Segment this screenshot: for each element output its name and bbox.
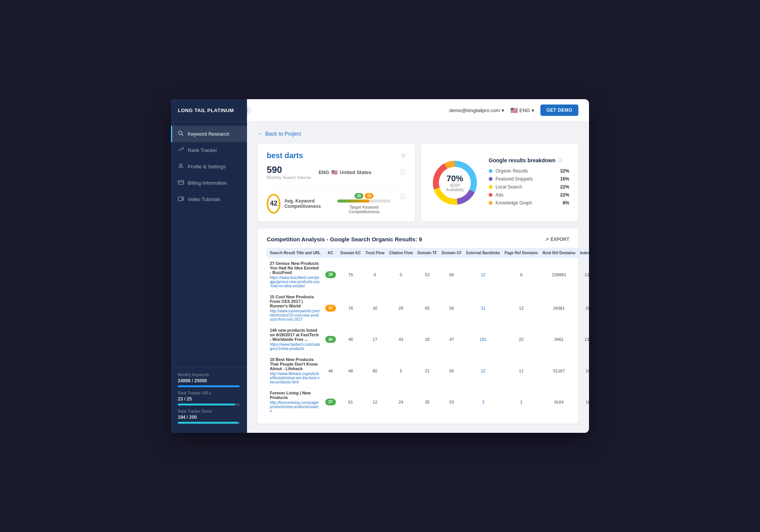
- kc-high-badge: 43: [365, 193, 374, 199]
- avg-kc-circle: 42: [267, 194, 280, 214]
- cell-domain_cf: 47: [439, 325, 464, 354]
- donut-sub: SERP: [446, 184, 464, 188]
- col-ext-backlinks: External Backlinks: [464, 248, 502, 258]
- ext-backlinks-link[interactable]: 12: [481, 272, 485, 277]
- table-row: 146 new products listed on 6/28/2017 at …: [267, 325, 589, 354]
- result-title: 10 Best New Products That People Don't K…: [270, 357, 321, 371]
- language-menu[interactable]: 🇺🇸 ENG ▾: [510, 107, 534, 114]
- cell-trust_flow: 0: [363, 258, 387, 291]
- result-url[interactable]: http://www.lifehack.org/articles/lifesty…: [270, 372, 321, 384]
- search-icon: [178, 130, 184, 138]
- cell-trust_flow: 30: [363, 291, 387, 325]
- svg-line-1: [182, 134, 183, 136]
- kc-pill: 37: [325, 399, 336, 405]
- legend-row-local: Local Search 22%: [489, 184, 569, 190]
- col-trust-flow: Trust Flow: [363, 248, 387, 258]
- result-url[interactable]: https://www.fasttech.com/category/1/new-…: [270, 342, 321, 351]
- monthly-keywords-label: Monthly Keywords: [178, 373, 240, 377]
- flag-us-icon: 🇺🇸: [331, 169, 337, 175]
- sidebar-item-billing[interactable]: Billing Information: [171, 175, 247, 191]
- user-icon: [178, 163, 184, 170]
- cell-domain_tf: 18: [415, 325, 439, 354]
- sidebar-item-keyword-research[interactable]: Keyword Research: [171, 126, 247, 142]
- table-header-row: Search Result Title and URL KC Domain KC…: [267, 248, 589, 258]
- sidebar-item-rank-tracker[interactable]: Rank Tracker: [171, 142, 247, 158]
- ext-backlinks-link[interactable]: 181: [480, 337, 486, 342]
- app-container: LONG TAIL PLATINUM Keyword Research: [171, 99, 589, 433]
- svg-rect-5: [178, 197, 182, 201]
- ext-backlinks-link[interactable]: 22: [481, 369, 485, 373]
- legend-title-text: Google results breakdown: [489, 157, 556, 163]
- cell-page_ref: 1: [502, 388, 540, 416]
- user-menu[interactable]: demo@longtailpro.com ▾: [449, 108, 504, 113]
- credit-card-icon: [178, 179, 184, 187]
- knowledge-pct: 8%: [563, 200, 569, 206]
- cell-domain_tf: 53: [415, 258, 439, 291]
- cell-domain_kc: 76: [338, 291, 363, 325]
- kc-bar-fill: [337, 200, 369, 203]
- ext-backlinks-link[interactable]: 3: [482, 400, 484, 404]
- cell-indexed: 185850: [578, 354, 589, 388]
- google-breakdown-card: 70% SERP Availability Google results bre…: [421, 144, 578, 222]
- user-email: demo@longtailpro.com: [449, 108, 500, 113]
- snippets-label: Featured Snippets: [496, 176, 533, 182]
- back-to-project-link[interactable]: ← Back to Project: [258, 131, 578, 137]
- sidebar-nav: Keyword Research Rank Tracker: [171, 122, 247, 367]
- cell-ext_backlinks: 31: [464, 291, 502, 325]
- result-url[interactable]: http://www.runnersworld.com/electronics/…: [270, 309, 321, 321]
- monthly-keywords-section: Monthly Keywords 24998 / 25000: [178, 373, 240, 387]
- knowledge-label: Knowledge Graph: [496, 200, 532, 206]
- local-dot: [489, 185, 492, 189]
- competition-card: Competition Analysis - Google Search Org…: [258, 228, 578, 424]
- legend-row-knowledge: Knowledge Graph 8%: [489, 200, 569, 206]
- target-kc-bar: [337, 200, 391, 203]
- col-title: Search Result Title and URL: [267, 248, 323, 258]
- organic-label: Organic Results: [496, 168, 528, 174]
- cell-domain_kc: 75: [338, 258, 363, 291]
- cell-page_ref: 6: [502, 258, 540, 291]
- result-url[interactable]: https://www.buzzfeed.com/peggy/genius-ne…: [270, 276, 321, 288]
- cell-root_ref: 3461: [540, 325, 578, 354]
- legend-row-organic: Organic Results 32%: [489, 168, 569, 174]
- lang-block: ENG 🇺🇸 United States: [318, 169, 371, 175]
- back-link-label: Back to Project: [265, 131, 301, 137]
- header-right: demo@longtailpro.com ▾ 🇺🇸 ENG ▾ GET DEMO: [449, 104, 578, 116]
- sidebar-label-profile: Profile & Settings: [188, 164, 226, 169]
- monthly-keywords-value: 24998 / 25000: [178, 378, 240, 383]
- export-button[interactable]: ↗ EXPORT: [545, 237, 569, 242]
- sidebar-item-profile[interactable]: Profile & Settings: [171, 158, 247, 175]
- cell-root_ref: 8164: [540, 388, 578, 416]
- result-url[interactable]: http://foreverliving.com/page/products/n…: [270, 401, 321, 413]
- col-citation-flow: Citation Flow: [387, 248, 415, 258]
- knowledge-dot: [489, 201, 492, 205]
- cell-ext_backlinks: 181: [464, 325, 502, 354]
- competition-header: Competition Analysis - Google Search Org…: [267, 236, 569, 242]
- sidebar-item-video[interactable]: Video Tutorials: [171, 191, 247, 207]
- cell-trust_flow: 80: [363, 354, 387, 388]
- donut-chart: 70% SERP Availability: [430, 158, 480, 207]
- kc-cell: 40: [323, 325, 338, 354]
- organic-dot: [489, 169, 492, 173]
- snippets-dot: [489, 177, 492, 181]
- cell-ext_backlinks: 3: [464, 388, 502, 416]
- result-title-cell: Forever Living | New Productshttp://fore…: [267, 388, 323, 416]
- ext-backlinks-link[interactable]: 31: [481, 306, 485, 310]
- cell-citation_flow: 5: [387, 354, 415, 388]
- cell-domain_cf: 56: [439, 291, 464, 325]
- rank-terms-bar-bg: [178, 422, 240, 424]
- cell-root_ref: 239883: [540, 258, 578, 291]
- cell-citation_flow: 43: [387, 325, 415, 354]
- legend-title: Google results breakdown ⓘ: [489, 157, 569, 164]
- star-icon[interactable]: ☆: [401, 152, 406, 159]
- sidebar-label-billing: Billing Information: [188, 180, 227, 186]
- collapse-button[interactable]: ‹: [247, 105, 252, 115]
- legend-row-ads: Ads 22%: [489, 192, 569, 198]
- keyword-stats: 590 Monthly Search Volume ENG 🇺🇸 United …: [267, 165, 406, 186]
- cell-indexed: 281937: [578, 291, 589, 325]
- kc-cell: 48: [323, 354, 338, 388]
- sidebar-label-video: Video Tutorials: [188, 196, 220, 202]
- cell-page_ref: 22: [502, 325, 540, 354]
- sidebar-metrics: Monthly Keywords 24998 / 25000 Rank Trac…: [171, 367, 247, 433]
- result-title-cell: 27 Genius New Products You Had No Idea E…: [267, 258, 323, 291]
- get-demo-button[interactable]: GET DEMO: [540, 104, 578, 116]
